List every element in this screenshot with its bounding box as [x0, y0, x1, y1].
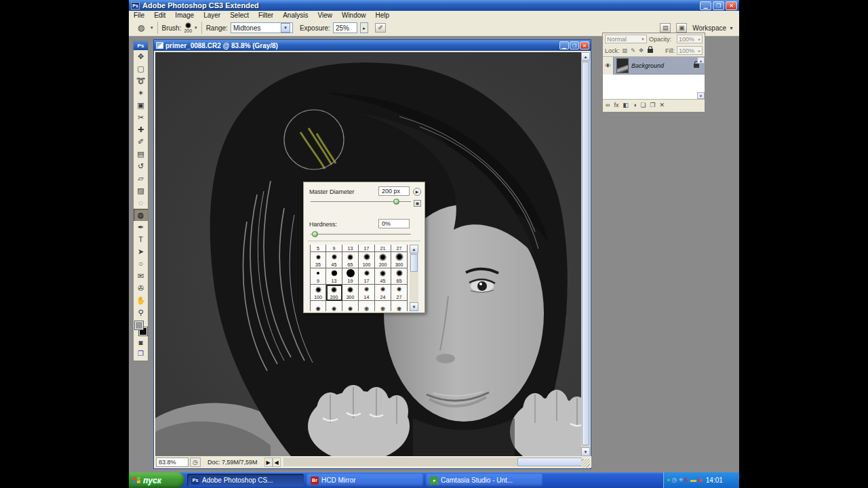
brush-picker-arrow-icon[interactable]: ▾	[195, 25, 197, 30]
menu-item-window[interactable]: Window	[337, 12, 371, 19]
brush-preset-cell[interactable]: ❋	[359, 301, 375, 311]
magic-wand-tool-icon[interactable]: ✶	[134, 87, 148, 99]
gradient-tool-icon[interactable]: ▨	[134, 184, 148, 197]
brush-preset-picker[interactable]: 200	[184, 22, 192, 33]
clone-stamp-tool-icon[interactable]: ▤	[134, 148, 148, 160]
fill-field[interactable]: 100% ▸	[677, 46, 703, 55]
scroll-up-icon[interactable]: ▲	[581, 52, 590, 61]
popup-flyout-icon[interactable]: ▶	[413, 188, 421, 196]
master-diameter-slider-thumb[interactable]	[393, 199, 399, 205]
quick-mask-button[interactable]: ◙	[134, 338, 148, 348]
brush-preset-cell[interactable]: ❋	[375, 301, 391, 311]
start-button[interactable]: пуск	[129, 472, 184, 488]
taskbar-item-photoshop[interactable]: PsAdobe Photoshop CS...	[187, 474, 304, 487]
brush-grid-scrollbar[interactable]: ▲ ▼	[410, 245, 418, 311]
layer-style-icon[interactable]: fx	[614, 102, 618, 108]
brush-preset-cell[interactable]: 27	[391, 245, 408, 252]
dodge-tool-icon[interactable]: ◍	[134, 209, 148, 221]
hardness-field[interactable]: 0%	[378, 219, 410, 228]
menu-item-analysis[interactable]: Analysis	[278, 12, 313, 19]
foreground-color-swatch[interactable]	[135, 321, 143, 329]
taskbar-item-camtasia[interactable]: ●Camtasia Studio - Unt...	[426, 474, 542, 487]
menu-item-image[interactable]: Image	[170, 12, 199, 19]
brush-preset-cell[interactable]: ✺	[310, 301, 326, 311]
status-clock-icon[interactable]: ◷	[190, 458, 201, 467]
lock-image-icon[interactable]: ✎	[630, 47, 637, 54]
marquee-tool-icon[interactable]: ▢	[134, 62, 148, 75]
lasso-tool-icon[interactable]: ➰	[134, 75, 148, 87]
ellipse-shape-tool-icon[interactable]: ○	[134, 258, 148, 270]
delete-layer-icon[interactable]: ✕	[660, 102, 665, 108]
lock-all-icon[interactable]	[648, 49, 653, 53]
brush-preset-cell[interactable]: 65	[391, 268, 408, 285]
panel-scroll-down-icon[interactable]: ▼	[697, 92, 705, 99]
layer-visibility-eye-icon[interactable]: 👁	[603, 57, 614, 75]
horizontal-scroll-thumb[interactable]	[517, 458, 582, 466]
doc-maximize-button[interactable]: ❐	[570, 41, 579, 49]
history-brush-tool-icon[interactable]: ↺	[134, 160, 148, 172]
brush-preset-cell[interactable]: 200	[326, 285, 342, 301]
brush-preset-cell[interactable]: ❋	[391, 301, 408, 311]
brush-preset-cell[interactable]: 13	[326, 268, 342, 285]
brush-preset-cell[interactable]: 45	[375, 268, 391, 285]
taskbar-item-hcd-mirror[interactable]: BrHCD Mirror	[307, 474, 423, 487]
slice-tool-icon[interactable]: ✂	[134, 111, 148, 123]
healing-brush-tool-icon[interactable]: ✚	[134, 123, 148, 136]
eyedropper-tool-icon[interactable]: ✇	[134, 282, 148, 294]
workspace-menu[interactable]: Workspace ▼	[692, 24, 734, 32]
path-selection-tool-icon[interactable]: ➤	[134, 245, 148, 258]
crop-tool-icon[interactable]: ▣	[134, 99, 148, 111]
vertical-scrollbar[interactable]: ▲ ▼	[581, 52, 590, 456]
hand-tool-icon[interactable]: ✋	[134, 294, 148, 306]
toolbox-grip[interactable]: Ps	[134, 41, 148, 50]
app-title-bar[interactable]: Ps Adobe Photoshop CS3 Extended ▁ ❐ ✕	[129, 0, 739, 11]
active-tool-icon[interactable]: ◍	[134, 22, 148, 34]
restore-button[interactable]: ❐	[713, 1, 724, 10]
menu-item-select[interactable]: Select	[225, 12, 254, 19]
tray-icon-camtasia[interactable]: ●	[667, 472, 670, 488]
brush-preset-cell[interactable]: 300	[342, 285, 359, 301]
window-resize-grip[interactable]	[581, 459, 590, 468]
doc-minimize-button[interactable]: ▁	[559, 41, 569, 49]
brush-preset-cell[interactable]: 45	[326, 252, 342, 268]
brush-preset-cell[interactable]: 200	[375, 252, 391, 268]
menu-item-view[interactable]: View	[313, 12, 337, 19]
chevron-down-icon[interactable]: ▼	[281, 23, 290, 33]
eraser-tool-icon[interactable]: ▱	[134, 172, 148, 184]
adjustment-layer-icon[interactable]: ◑	[633, 102, 636, 108]
scroll-down-icon[interactable]: ▼	[581, 447, 590, 456]
menu-item-filter[interactable]: Filter	[254, 12, 278, 19]
brush-preset-cell[interactable]: ✺27	[391, 285, 408, 301]
opacity-field[interactable]: 100% ▸	[677, 35, 703, 43]
grid-scroll-up-icon[interactable]: ▲	[410, 245, 418, 253]
brush-preset-cell[interactable]: 35	[310, 252, 326, 268]
layer-thumbnail[interactable]	[616, 58, 629, 73]
hardness-slider-thumb[interactable]	[312, 231, 318, 237]
brush-preset-cell[interactable]: ✺14	[359, 285, 375, 301]
brush-preset-cell[interactable]: ✺24	[375, 285, 391, 301]
link-layers-icon[interactable]: ∞	[606, 102, 610, 108]
hardness-slider[interactable]	[311, 231, 411, 237]
lock-position-icon[interactable]: ✥	[638, 47, 645, 54]
airbrush-toggle-icon[interactable]: ✐	[375, 23, 386, 33]
palette-well-icon[interactable]: ▤	[660, 23, 671, 33]
exposure-slider-arrow-icon[interactable]: ▸	[360, 22, 368, 33]
document-title-bar[interactable]: primer_0088.CR2 @ 83.8% (Gray/8) ▁ ❐ ✕	[154, 40, 591, 51]
blend-mode-select[interactable]: Normal ▼	[605, 35, 647, 43]
tool-preset-arrow-icon[interactable]: ▾	[151, 25, 153, 30]
menu-item-edit[interactable]: Edit	[149, 12, 170, 19]
vertical-scroll-thumb[interactable]	[582, 62, 589, 445]
menu-item-help[interactable]: Help	[371, 12, 395, 19]
move-tool-icon[interactable]: ✥	[134, 50, 148, 62]
range-select[interactable]: Midtones ▼	[231, 22, 293, 33]
status-flyout-icon[interactable]: ▶	[264, 458, 273, 467]
new-layer-icon[interactable]: ❐	[650, 102, 655, 108]
exposure-field[interactable]: 25%	[333, 22, 357, 33]
new-group-icon[interactable]: ❏	[640, 102, 646, 108]
brush-preset-cell[interactable]: 9	[310, 268, 326, 285]
brush-preset-cell[interactable]: 65	[342, 252, 359, 268]
grid-scroll-thumb[interactable]	[410, 254, 418, 272]
brush-preset-cell[interactable]: 5	[310, 245, 326, 252]
doc-close-button[interactable]: ✕	[580, 41, 589, 49]
tray-icon-scheduler[interactable]: ◷	[671, 472, 677, 488]
